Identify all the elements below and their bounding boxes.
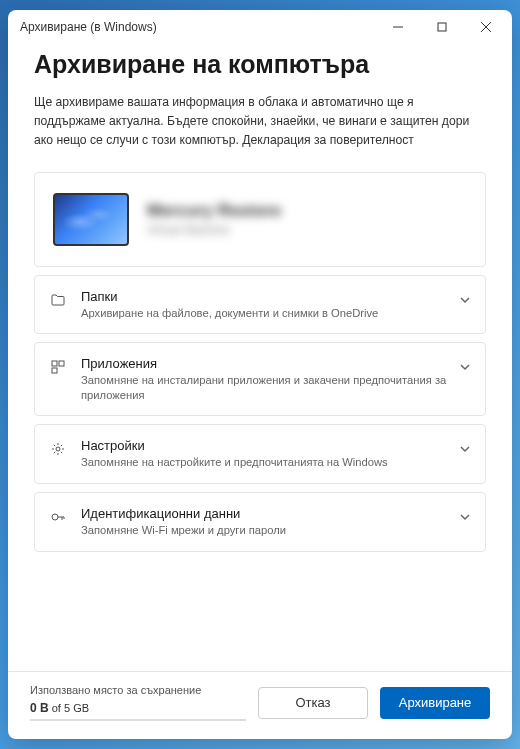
section-desc: Архивиране на файлове, документи и снимк… [81, 306, 471, 321]
storage-label: Използвано място за съхранение [30, 684, 246, 696]
app-window: Архивиране (в Windows) Архивиране на ком… [8, 10, 512, 739]
svg-point-7 [56, 447, 60, 451]
main-content: Архивиране на компютъра Ще архивираме ва… [8, 44, 512, 671]
section-title: Настройки [81, 438, 471, 453]
svg-rect-4 [52, 361, 57, 366]
window-title: Архивиране (в Windows) [20, 20, 376, 34]
page-title: Архивиране на компютъра [34, 50, 486, 79]
section-title: Идентификационни данни [81, 506, 471, 521]
backup-button[interactable]: Архивиране [380, 687, 490, 719]
section-credentials[interactable]: Идентификационни данни Запомняне Wi-Fi м… [34, 492, 486, 552]
svg-rect-5 [59, 361, 64, 366]
chevron-down-icon [459, 359, 471, 377]
cancel-button[interactable]: Отказ [258, 687, 368, 719]
key-icon [49, 508, 67, 526]
device-thumbnail [53, 193, 129, 246]
device-name: Mercury Restore [147, 201, 467, 221]
section-apps[interactable]: Приложения Запомняне на инсталирани прил… [34, 342, 486, 416]
section-desc: Запомняне на настройките и предпочитания… [81, 455, 471, 470]
svg-point-8 [52, 514, 58, 520]
close-icon [481, 22, 491, 32]
maximize-icon [437, 22, 447, 32]
section-title: Приложения [81, 356, 471, 371]
storage-used: 0 B of 5 GB [30, 701, 246, 715]
folder-icon [49, 291, 67, 309]
section-settings[interactable]: Настройки Запомняне на настройките и пре… [34, 424, 486, 484]
section-text: Настройки Запомняне на настройките и пре… [81, 438, 471, 470]
section-text: Идентификационни данни Запомняне Wi-Fi м… [81, 506, 471, 538]
chevron-down-icon [459, 292, 471, 310]
window-controls [376, 12, 508, 42]
section-folders[interactable]: Папки Архивиране на файлове, документи и… [34, 275, 486, 335]
section-desc: Запомняне Wi-Fi мрежи и други пароли [81, 523, 471, 538]
svg-rect-1 [438, 23, 446, 31]
gear-icon [49, 440, 67, 458]
chevron-down-icon [459, 509, 471, 527]
privacy-link[interactable]: Декларация за поверителност [242, 133, 414, 147]
section-title: Папки [81, 289, 471, 304]
apps-icon [49, 358, 67, 376]
section-desc: Запомняне на инсталирани приложения и за… [81, 373, 471, 402]
svg-rect-6 [52, 368, 57, 373]
page-description: Ще архивираме вашата информация в облака… [34, 93, 486, 150]
close-button[interactable] [464, 12, 508, 42]
device-card: Mercury Restore Virtual Machine [34, 172, 486, 267]
device-info: Mercury Restore Virtual Machine [147, 201, 467, 237]
chevron-down-icon [459, 441, 471, 459]
footer: Използвано място за съхранение 0 B of 5 … [8, 671, 512, 739]
section-text: Папки Архивиране на файлове, документи и… [81, 289, 471, 321]
minimize-icon [393, 22, 403, 32]
section-text: Приложения Запомняне на инсталирани прил… [81, 356, 471, 402]
titlebar: Архивиране (в Windows) [8, 10, 512, 44]
maximize-button[interactable] [420, 12, 464, 42]
device-subtitle: Virtual Machine [147, 223, 467, 237]
storage-indicator: Използвано място за съхранение 0 B of 5 … [30, 684, 246, 721]
minimize-button[interactable] [376, 12, 420, 42]
storage-bar [30, 719, 246, 721]
